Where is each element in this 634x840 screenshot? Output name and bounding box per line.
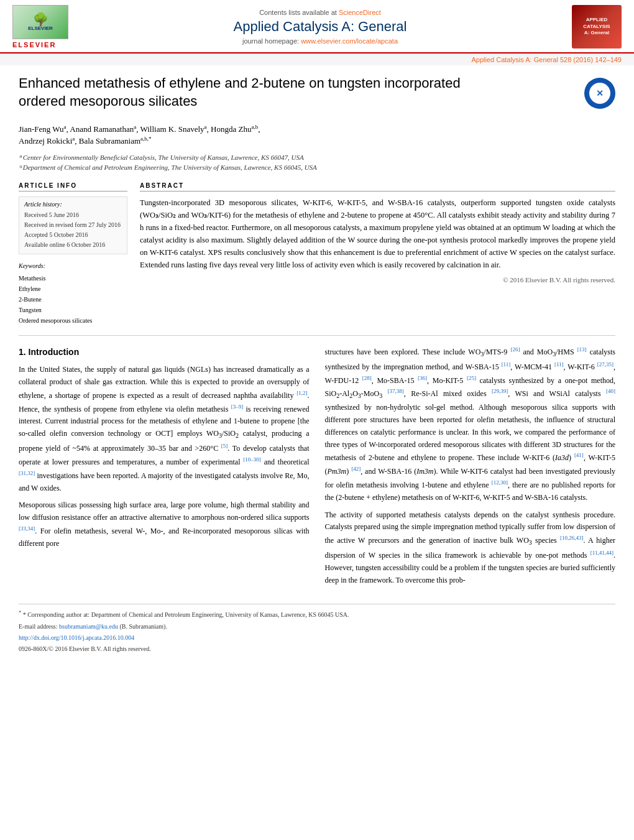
abstract-text: Tungsten-incorporated 3D mesoporous sili… (140, 196, 615, 271)
right-para-2: The activity of supported metathesis cat… (325, 509, 616, 587)
ref-41: [41] (574, 452, 584, 458)
crossmark-badge: ✕ (584, 78, 615, 109)
article-info-box: Article history: Received 5 June 2016 Re… (19, 196, 127, 254)
available-date: Available online 6 October 2016 (24, 240, 122, 250)
keyword-3: 2-Butene (19, 294, 127, 305)
elsevier-text: ELSEVIER (12, 41, 56, 48)
article-history-label: Article history: (24, 201, 122, 208)
elsevier-tree-icon: 🌳 (33, 13, 48, 25)
ref-33-34: [33,34] (19, 525, 35, 532)
article-body: Enhanced metathesis of ethylene and 2-bu… (0, 65, 634, 668)
ref-1-2: [1,2] (296, 390, 307, 396)
journal-url[interactable]: www.elsevier.com/locate/apcata (301, 37, 398, 45)
affiliation-a: ᵃ Center for Environmentally Beneficial … (19, 152, 615, 163)
article-footer: * * Corresponding author at: Department … (19, 604, 615, 653)
crossmark-inner: ✕ (589, 83, 610, 104)
abstract-col: ABSTRACT Tungsten-incorporated 3D mesopo… (140, 182, 615, 326)
keyword-5: Ordered mesoporous silicates (19, 315, 127, 326)
ref-11-41-44: [11,41,44] (590, 550, 613, 556)
intro-para-2: Mesoporous silicas possessing high surfa… (19, 499, 310, 550)
ref-37-38: [37,38] (388, 388, 404, 394)
ref-13: [13] (577, 346, 587, 353)
keywords-header: Keywords: (19, 261, 127, 271)
ref-36: [36] (418, 375, 427, 381)
journal-header: 🌳 ELSEVIER ELSEVIER Contents lists avail… (0, 0, 634, 53)
sciencedirect-link: Contents lists available at ScienceDirec… (75, 9, 566, 16)
section1-title: 1. Introduction (19, 345, 310, 359)
abstract-header: ABSTRACT (140, 182, 615, 192)
ref-3-9: [3–9] (231, 404, 244, 410)
copyright: © 2016 Elsevier B.V. All rights reserved… (140, 276, 615, 284)
author-list-2: Andrzej Rokickia, Bala Subramaniama,b,* (19, 136, 152, 145)
journal-center: Contents lists available at ScienceDirec… (68, 9, 572, 45)
section-divider (19, 335, 615, 336)
ref-31-32: [31,32] (19, 470, 35, 476)
elsevier-logo: 🌳 ELSEVIER ELSEVIER (12, 5, 68, 48)
elsevier-logo-image: 🌳 ELSEVIER (12, 5, 68, 39)
received-date: Received 5 June 2016 (24, 210, 122, 220)
crossmark-symbol: ✕ (596, 88, 604, 98)
doi-link[interactable]: http://dx.doi.org/10.1016/j.apcata.2016.… (19, 634, 134, 641)
ref-11a: [11] (502, 361, 511, 367)
sciencedirect-anchor[interactable]: ScienceDirect (339, 9, 381, 16)
footnote-corresponding: * * Corresponding author at: Department … (19, 609, 615, 619)
body-two-col: 1. Introduction In the United States, th… (19, 345, 615, 592)
ref-40: [40] (606, 388, 615, 394)
article-info-header: ARTICLE INFO (19, 182, 127, 192)
footnote-email-line: E-mail address: bsubramaniam@ku.edu (B. … (19, 622, 615, 631)
affiliation-b: ᶣ Department of Chemical and Petroleum E… (19, 162, 615, 173)
keyword-1: Metathesis (19, 273, 127, 284)
catalysis-logo: APPLIEDCATALYSISA: General (572, 5, 622, 48)
body-left-col: 1. Introduction In the United States, th… (19, 345, 310, 592)
keyword-2: Ethylene (19, 284, 127, 294)
body-right-col: structures have been explored. These inc… (325, 345, 616, 592)
catalysis-logo-text: APPLIEDCATALYSISA: General (583, 17, 610, 36)
title-row: Enhanced metathesis of ethylene and 2-bu… (19, 75, 615, 118)
article-info-abstract-section: ARTICLE INFO Article history: Received 5… (19, 182, 615, 326)
ref-12-30: [12,30] (492, 479, 508, 486)
accepted-date: Accepted 5 October 2016 (24, 230, 122, 240)
ref-29-39: [29,39] (492, 388, 508, 394)
ref-27-35: [27,35] (597, 361, 613, 367)
keyword-4: Tungsten (19, 305, 127, 315)
ref-28: [28] (362, 375, 372, 381)
received-revised-date: Received in revised form 27 July 2016 (24, 220, 122, 230)
doi-line: http://dx.doi.org/10.1016/j.apcata.2016.… (19, 633, 615, 642)
ref-10-30: [10–30] (243, 456, 261, 463)
page-wrapper: 🌳 ELSEVIER ELSEVIER Contents lists avail… (0, 0, 634, 840)
issn-line: 0926-860X/© 2016 Elsevier B.V. All right… (19, 644, 615, 653)
affiliations: ᵃ Center for Environmentally Beneficial … (19, 152, 615, 173)
right-para-1: structures have been explored. These inc… (325, 345, 616, 504)
ref-11b: [11] (554, 361, 564, 367)
email-link[interactable]: bsubramaniam@ku.edu (59, 623, 118, 630)
ref-25: [25] (467, 375, 476, 381)
ref-26: [26] (510, 346, 520, 353)
left-col-info: ARTICLE INFO Article history: Received 5… (19, 182, 127, 326)
footnote-email-name: (B. Subramaniam). (120, 623, 167, 630)
journal-ref-bar: Applied Catalysis A: General 528 (2016) … (0, 53, 634, 65)
ref-10-26-43: [10,26,43] (560, 535, 584, 541)
journal-title-header: Applied Catalysis A: General (75, 19, 566, 35)
intro-para-1: In the United States, the supply of natu… (19, 364, 310, 494)
authors: Jian-Feng Wua, Anand Ramanathana, Willia… (19, 122, 615, 147)
keywords-box: Keywords: Metathesis Ethylene 2-Butene T… (19, 261, 127, 326)
journal-homepage: journal homepage: www.elsevier.com/locat… (75, 37, 566, 45)
article-title: Enhanced metathesis of ethylene and 2-bu… (19, 75, 485, 110)
author-list: Jian-Feng Wua, Anand Ramanathana, Willia… (19, 124, 260, 134)
journal-ref-link[interactable]: Applied Catalysis A: General 528 (2016) … (471, 56, 622, 63)
ref-5: [5] (221, 443, 228, 449)
ref-42: [42] (351, 466, 361, 472)
